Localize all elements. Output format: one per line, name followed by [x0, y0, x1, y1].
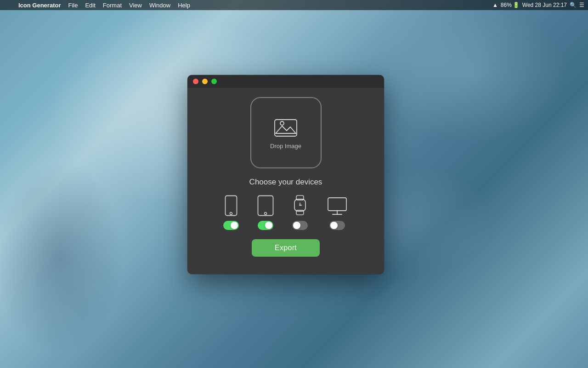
apple-menu[interactable]	[4, 0, 11, 10]
control-center-icon: ☰	[579, 2, 584, 8]
export-button[interactable]: Export	[252, 239, 320, 257]
battery-icon: 🔋	[513, 2, 520, 8]
watch-toggle[interactable]	[292, 221, 308, 230]
app-window: Drop Image Choose your devices	[187, 75, 384, 274]
titlebar	[187, 75, 384, 88]
device-item-ipad	[257, 195, 274, 230]
devices-row	[223, 194, 348, 230]
menubar-file[interactable]: File	[64, 0, 81, 10]
mac-toggle[interactable]	[329, 221, 345, 230]
menubar-window[interactable]: Window	[146, 0, 174, 10]
menubar-wifi: ▲	[492, 2, 498, 8]
menubar-view[interactable]: View	[125, 0, 146, 10]
menubar-right: ▲ 86% 🔋 Wed 28 Jun 22:17 🔍 ☰	[492, 2, 584, 8]
drop-zone-label: Drop Image	[270, 143, 301, 150]
device-item-iphone	[223, 195, 239, 230]
window-content: Drop Image Choose your devices	[187, 88, 384, 266]
device-item-watch	[292, 194, 308, 230]
devices-title: Choose your devices	[249, 178, 322, 187]
menubar-format[interactable]: Format	[99, 0, 125, 10]
maximize-button[interactable]	[211, 79, 217, 84]
watch-icon	[292, 194, 308, 216]
menubar-edit[interactable]: Edit	[81, 0, 99, 10]
battery-percent: 86%	[501, 2, 512, 8]
menubar-app-name[interactable]: Icon Generator	[15, 0, 64, 10]
menubar-help[interactable]: Help	[174, 0, 194, 10]
menubar: Icon Generator File Edit Format View Win…	[0, 0, 588, 10]
image-drop-icon	[272, 116, 300, 139]
menubar-control-center[interactable]: ☰	[579, 2, 584, 8]
close-button[interactable]	[193, 79, 198, 84]
devices-section: Choose your devices	[197, 178, 375, 230]
mac-icon	[326, 197, 348, 216]
iphone-icon	[225, 195, 237, 216]
svg-point-5	[265, 213, 267, 215]
iphone-toggle[interactable]	[223, 221, 239, 230]
svg-point-0	[280, 121, 284, 125]
menubar-left: Icon Generator File Edit Format View Win…	[4, 0, 194, 10]
datetime-text: Wed 28 Jun 22:17	[522, 2, 567, 8]
search-icon: 🔍	[570, 2, 577, 8]
ipad-toggle[interactable]	[258, 221, 273, 230]
wifi-icon: ▲	[492, 2, 498, 8]
menubar-search[interactable]: 🔍	[570, 2, 577, 8]
menubar-battery: 86% 🔋	[501, 2, 520, 8]
svg-point-3	[230, 213, 232, 215]
svg-rect-12	[328, 198, 346, 211]
minimize-button[interactable]	[202, 79, 208, 84]
menubar-datetime: Wed 28 Jun 22:17	[522, 2, 567, 8]
ipad-icon	[257, 195, 274, 216]
device-item-mac	[326, 197, 348, 230]
drop-zone[interactable]: Drop Image	[250, 97, 322, 168]
